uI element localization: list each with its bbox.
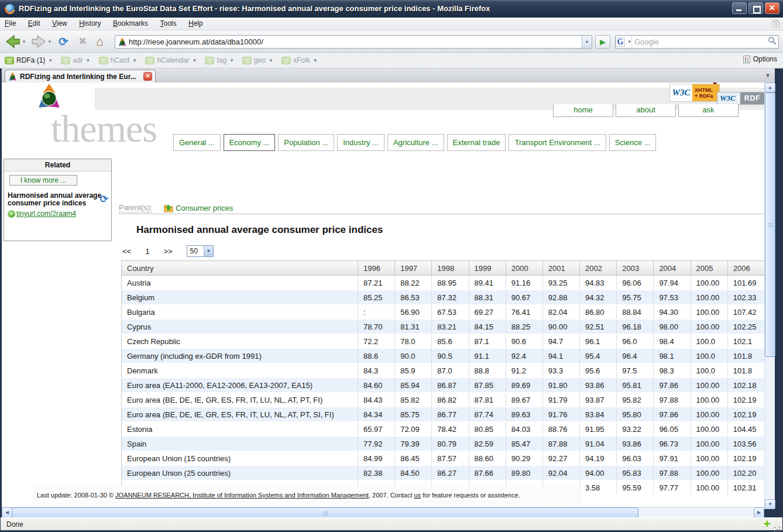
google-icon: G <box>616 37 626 47</box>
value-cell: 85.9 <box>395 363 432 378</box>
vertical-scrollbar[interactable]: ▲ ▼ <box>764 83 775 509</box>
search-input[interactable] <box>632 37 765 46</box>
checkmark-icon: ✔ <box>710 83 723 84</box>
rdfa-item-hcard[interactable]: hCard ▼ <box>99 56 138 64</box>
vertical-scrollbar-thumb[interactable] <box>765 92 775 357</box>
next-page-button[interactable]: >> <box>163 247 172 256</box>
rdfa-icon <box>5 57 14 64</box>
tab-transport-environment[interactable]: Transport Environment ... <box>509 134 606 151</box>
horizontal-scrollbar-thumb[interactable] <box>12 507 638 518</box>
options-button[interactable]: Options <box>743 55 777 63</box>
rdfa-item-adr[interactable]: adr ▼ <box>61 56 90 64</box>
menu-history[interactable]: History <box>74 18 105 29</box>
maximize-button[interactable] <box>748 2 763 14</box>
horizontal-scrollbar[interactable]: ◀ ▶ <box>2 507 764 517</box>
minimize-button[interactable] <box>732 2 747 14</box>
rdfa-item-tag[interactable]: tag ▼ <box>205 56 234 64</box>
country-cell: Estonia <box>122 422 358 437</box>
scroll-up-icon[interactable]: ▲ <box>765 83 775 92</box>
home-button[interactable]: ⌂ <box>96 33 104 50</box>
value-cell: 100.00 <box>691 466 727 480</box>
reload-button[interactable]: ⟳ <box>59 33 68 50</box>
stop-button[interactable]: ✖ <box>78 33 87 50</box>
menu-edit[interactable]: Edit <box>23 18 45 29</box>
page-size-select[interactable]: 50 ▼ <box>187 245 214 257</box>
year-column-header: 2006 <box>727 261 764 276</box>
tab-close-icon[interactable]: ✕ <box>143 72 152 81</box>
scroll-right-icon[interactable]: ▶ <box>754 507 764 518</box>
scroll-left-icon[interactable]: ◀ <box>2 507 12 518</box>
scroll-down-icon[interactable]: ▼ <box>765 499 775 509</box>
url-input[interactable] <box>127 37 582 46</box>
contact-us-link[interactable]: us <box>414 492 421 499</box>
value-cell: 98.4 <box>654 334 691 349</box>
value-cell: 88.95 <box>432 276 469 290</box>
tab-general[interactable]: General ... <box>173 134 221 151</box>
nav-about-link[interactable]: about <box>616 104 676 117</box>
rdfa-item-hcalendar[interactable]: hCalendar ▼ <box>145 56 197 64</box>
forward-arrow-icon <box>30 35 47 49</box>
table-row: Cyprus78.7081.3183.2184.1588.2590.0092.5… <box>122 320 765 334</box>
tab-economy[interactable]: Economy ... <box>224 134 276 151</box>
value-cell: 84.60 <box>358 378 395 393</box>
value-cell: 95.83 <box>617 466 654 480</box>
value-cell: 92.88 <box>542 290 579 305</box>
rdfa-item-geo[interactable]: geo ▼ <box>242 56 273 64</box>
firefox-icon <box>5 4 15 13</box>
back-dropdown-icon[interactable]: ▼ <box>22 39 26 44</box>
go-button[interactable]: ▶ <box>595 35 610 49</box>
value-cell: 95.82 <box>617 393 654 407</box>
tab-population[interactable]: Population ... <box>278 134 334 151</box>
consumer-prices-link[interactable]: Consumer prices <box>176 204 233 212</box>
search-go[interactable] <box>765 36 778 47</box>
throbber-icon <box>775 23 777 25</box>
value-cell: 90.5 <box>432 349 469 363</box>
tab-external-trade[interactable]: External trade <box>447 134 506 151</box>
tab-science[interactable]: Science ... <box>609 134 657 151</box>
rdfa-main-menu[interactable]: RDFa (1) ▼ <box>5 56 53 64</box>
footer-text-mid: , 2007. Contact <box>369 492 414 499</box>
tab-agriculture[interactable]: Agriculture ... <box>387 134 444 151</box>
w3c-xhtml-rdfa-badge[interactable]: W3C XHTML + RDFa ✔ <box>669 84 720 102</box>
value-cell: 101.69 <box>727 276 764 290</box>
tab-list-dropdown[interactable]: ▼ <box>763 71 772 81</box>
country-cell: European Union (25 countries) <box>122 466 358 480</box>
menu-tools[interactable]: Tools <box>156 18 181 29</box>
status-bar: Done + <box>1 517 782 530</box>
value-cell: 91.1 <box>469 349 506 363</box>
joanneum-link[interactable]: JOANNEUM RESEARCH, Institute of Informat… <box>115 492 369 499</box>
menu-bookmarks[interactable]: Bookmarks <box>108 18 153 29</box>
menu-help[interactable]: Help <box>184 18 208 29</box>
value-cell: 89.63 <box>506 407 542 422</box>
tinyurl-link[interactable]: tinyurl.com/2raam4 <box>16 210 76 218</box>
search-engine-selector[interactable]: G ▼ <box>616 36 632 48</box>
value-cell: 100.00 <box>691 422 727 437</box>
status-text: Done <box>6 518 23 531</box>
refresh-icon[interactable]: ⟳ <box>100 193 108 205</box>
hcalendar-dropdown-icon: ▼ <box>193 58 197 63</box>
tab-strip: RDFizing and Interlinking the Eur... ✕ ▼ <box>2 68 775 83</box>
nav-home-link[interactable]: home <box>553 104 613 117</box>
value-cell: 88.60 <box>469 451 506 466</box>
value-cell: 72.2 <box>358 334 395 349</box>
value-cell: 97.94 <box>654 276 691 290</box>
browser-tab[interactable]: RDFizing and Interlinking the Eur... ✕ <box>5 70 156 83</box>
forward-dropdown-icon[interactable]: ▼ <box>47 39 52 44</box>
addon-plus-icon[interactable]: + <box>764 517 771 531</box>
know-more-button[interactable]: I know more ... <box>9 175 77 186</box>
url-history-dropdown[interactable]: ▼ <box>582 36 592 48</box>
close-button[interactable] <box>765 2 779 14</box>
resize-grip[interactable] <box>774 527 775 528</box>
nav-ask-link[interactable]: ask <box>678 104 739 117</box>
menu-file[interactable]: File <box>0 18 20 29</box>
value-cell: 96.1 <box>580 334 617 349</box>
value-cell: 96.05 <box>654 422 691 437</box>
back-button[interactable]: ▼ <box>5 33 26 50</box>
forward-button[interactable]: ▼ <box>30 33 52 50</box>
tab-industry[interactable]: Industry ... <box>337 134 384 151</box>
first-page-button[interactable]: << <box>122 247 131 256</box>
menu-view[interactable]: View <box>47 18 72 29</box>
w3c-rdf-badge[interactable]: W3C RDF <box>717 92 764 105</box>
rdfa-main-label: RDFa (1) <box>16 56 45 64</box>
rdfa-item-xfolk[interactable]: xFolk ▼ <box>281 56 318 64</box>
